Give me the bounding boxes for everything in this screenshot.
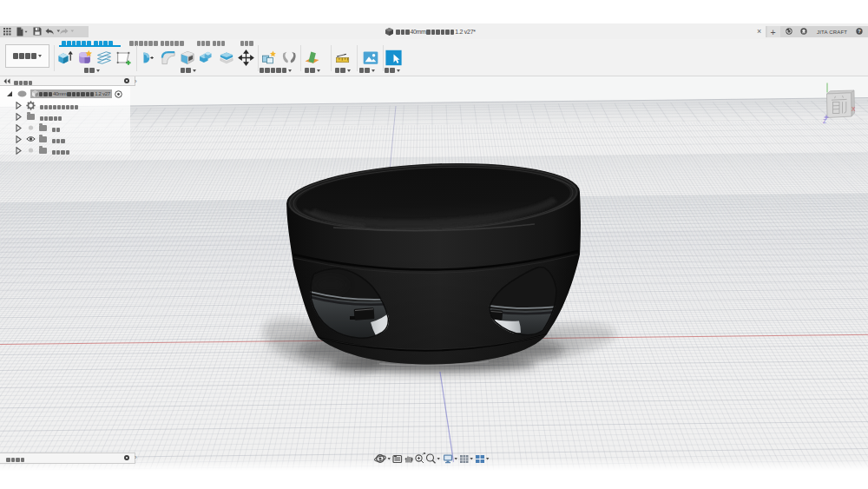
svg-text:Z: Z <box>823 118 826 124</box>
svg-text:?: ? <box>858 29 861 34</box>
svg-text:X: X <box>852 106 856 112</box>
